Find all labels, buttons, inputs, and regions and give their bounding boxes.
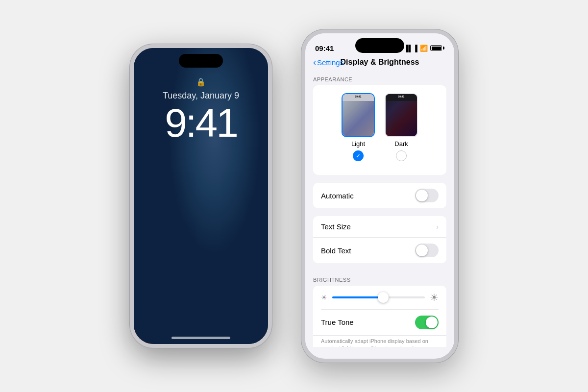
settings-scroll[interactable]: APPEARANCE Light ✓ Dark (305, 71, 454, 347)
dark-mode-option[interactable]: Dark (385, 93, 418, 161)
back-chevron-icon: ‹ (313, 57, 316, 68)
dark-mode-check[interactable] (396, 150, 407, 161)
light-mode-check[interactable]: ✓ (353, 150, 364, 161)
brightness-slider-row: ☀ ☀ (313, 286, 446, 309)
mute-button-right[interactable] (301, 82, 303, 95)
power-button-right[interactable] (456, 102, 458, 134)
mute-button[interactable] (130, 92, 132, 104)
lock-screen: 🔒 Tuesday, January 9 9:41 (134, 48, 268, 344)
dynamic-island-right (355, 38, 404, 53)
status-icons: ▐▌▐ 📶 (404, 45, 444, 52)
brightness-high-icon: ☀ (430, 292, 439, 303)
dynamic-island (179, 54, 223, 68)
lock-time: 9:41 (165, 103, 237, 143)
automatic-row: Automatic (313, 183, 446, 208)
back-button[interactable]: ‹ Settings (313, 57, 343, 68)
nav-bar: ‹ Settings Display & Brightness (305, 58, 454, 71)
page-title: Display & Brightness (341, 58, 419, 67)
power-button[interactable] (270, 112, 272, 141)
true-tone-row: True Tone (313, 310, 446, 336)
dark-mode-preview (386, 94, 417, 136)
light-mode-option[interactable]: Light ✓ (342, 93, 375, 161)
bold-text-label: Bold Text (321, 246, 351, 255)
dark-mode-label: Dark (394, 140, 408, 147)
light-mode-thumbnail[interactable] (342, 93, 375, 137)
text-size-chevron-icon: › (436, 223, 439, 231)
brightness-card: ☀ ☀ True Tone Automatically adapt iPhone… (313, 286, 446, 347)
true-tone-description: Automatically adapt iPhone display based… (313, 336, 446, 347)
volume-up-button[interactable] (130, 107, 132, 126)
volume-up-button-right[interactable] (301, 97, 303, 117)
true-tone-toggle-knob (426, 317, 438, 328)
brightness-thumb[interactable] (378, 292, 389, 303)
text-size-value: › (436, 223, 439, 231)
automatic-toggle-knob (416, 190, 428, 201)
right-phone: 09:41 ▐▌▐ 📶 ‹ Settings Display & Brightn… (301, 29, 458, 363)
true-tone-label: True Tone (321, 318, 354, 326)
brightness-fill (332, 296, 383, 298)
light-mode-preview (343, 94, 374, 136)
text-settings-card: Text Size › Bold Text (313, 216, 446, 263)
left-phone: 🔒 Tuesday, January 9 9:41 (130, 44, 272, 348)
status-bar: 09:41 ▐▌▐ 📶 (305, 33, 454, 58)
text-size-label: Text Size (321, 222, 351, 231)
appearance-card: Light ✓ Dark (313, 85, 446, 175)
lock-icon: 🔒 (196, 77, 206, 87)
brightness-section-label: BRIGHTNESS (305, 271, 454, 286)
text-size-row[interactable]: Text Size › (313, 216, 446, 238)
bold-text-row: Bold Text (313, 238, 446, 263)
lock-date: Tuesday, January 9 (163, 91, 239, 101)
status-time: 09:41 (315, 44, 334, 52)
volume-down-button[interactable] (130, 131, 132, 151)
automatic-label: Automatic (321, 192, 354, 200)
automatic-toggle[interactable] (415, 189, 439, 202)
dark-mode-thumbnail[interactable] (385, 93, 418, 137)
brightness-slider[interactable] (332, 296, 425, 298)
automatic-card: Automatic (313, 183, 446, 208)
bold-text-toggle[interactable] (415, 244, 439, 257)
signal-icon: ▐▌▐ (404, 45, 417, 52)
back-label[interactable]: Settings (317, 58, 343, 67)
volume-down-button-right[interactable] (301, 122, 303, 141)
appearance-section-label: APPEARANCE (305, 71, 454, 85)
brightness-low-icon: ☀ (321, 294, 327, 301)
wifi-icon: 📶 (420, 45, 428, 52)
battery-icon (430, 45, 444, 51)
appearance-options: Light ✓ Dark (321, 93, 439, 161)
bold-text-toggle-knob (416, 245, 428, 256)
true-tone-toggle[interactable] (415, 316, 439, 329)
light-mode-label: Light (351, 140, 365, 147)
